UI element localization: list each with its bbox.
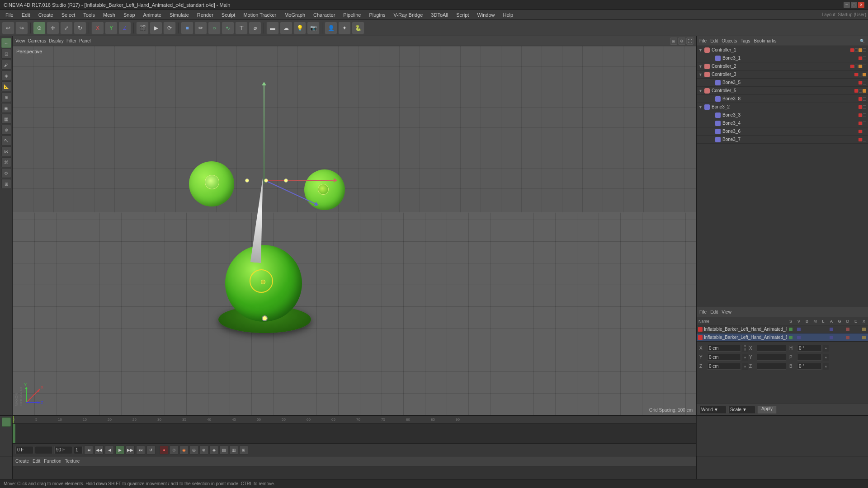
om-row-controller3[interactable]: ▼ Controller_3 bbox=[697, 70, 868, 79]
loop-button[interactable]: ↺ bbox=[146, 446, 156, 455]
pen-button[interactable]: ✏ bbox=[194, 22, 207, 34]
tool-move[interactable]: ↔ bbox=[1, 38, 11, 48]
menu-vray[interactable]: V-Ray Bridge bbox=[390, 11, 427, 19]
menu-sculpt[interactable]: Sculpt bbox=[218, 11, 239, 19]
om-menu-tags[interactable]: Tags bbox=[741, 38, 750, 43]
tool-ik[interactable]: ⋈ bbox=[1, 146, 11, 156]
render-settings-button[interactable]: 🎬 bbox=[136, 22, 149, 34]
br-row-geometry[interactable]: Inflatable_Barker_Left_Hand_Animated_Geo… bbox=[697, 325, 868, 333]
coord-b-rot[interactable]: 0 ° bbox=[797, 363, 822, 370]
tool-misc[interactable]: ⚙ bbox=[1, 168, 11, 178]
sweep-button[interactable]: ⌀ bbox=[249, 22, 261, 34]
play-button[interactable]: ▶ bbox=[115, 446, 124, 455]
menu-help[interactable]: Help bbox=[500, 11, 517, 19]
tool-measure[interactable]: 📐 bbox=[1, 81, 11, 91]
circle-button[interactable]: ○ bbox=[208, 22, 221, 34]
menu-script[interactable]: Script bbox=[453, 11, 472, 19]
tool-misc2[interactable]: ⊞ bbox=[1, 179, 11, 189]
vp-menu-filter[interactable]: Filter bbox=[66, 38, 76, 43]
mat-menu-create[interactable]: Create bbox=[15, 459, 29, 464]
start-frame-field[interactable]: 0 F bbox=[15, 446, 33, 454]
viewport-canvas[interactable]: Perspective bbox=[13, 46, 696, 415]
om-row-bone36[interactable]: Bone3_6 bbox=[697, 127, 868, 136]
om-menu-file[interactable]: File bbox=[699, 38, 707, 43]
play-back-button[interactable]: ◀ bbox=[105, 446, 114, 455]
tool-snap[interactable]: ⊕ bbox=[1, 92, 11, 102]
om-row-bone38[interactable]: Bone3_8 bbox=[697, 95, 868, 103]
redo-button[interactable]: ↪ bbox=[15, 22, 28, 34]
om-row-bone37[interactable]: Bone3_7 bbox=[697, 136, 868, 144]
mat-menu-texture[interactable]: Texture bbox=[65, 459, 80, 464]
spline-button[interactable]: ∿ bbox=[222, 22, 234, 34]
body-center-dot[interactable] bbox=[261, 280, 265, 284]
go-start-button[interactable]: ⏮ bbox=[84, 446, 93, 455]
menu-file[interactable]: File bbox=[2, 11, 17, 19]
menu-render[interactable]: Render bbox=[193, 11, 217, 19]
joint-button[interactable]: ✦ bbox=[338, 22, 351, 34]
vp-menu-panel[interactable]: Panel bbox=[79, 38, 91, 43]
render-preview-button[interactable]: ⟳ bbox=[163, 22, 176, 34]
scale-dropdown[interactable]: Scale ▼ bbox=[728, 406, 755, 414]
timeline-content[interactable] bbox=[13, 424, 696, 443]
render-view-button[interactable]: ▶ bbox=[150, 22, 162, 34]
mat-menu-edit[interactable]: Edit bbox=[33, 459, 40, 464]
om-row-bone34[interactable]: Bone3_4 bbox=[697, 119, 868, 127]
tool-select[interactable]: ⊡ bbox=[1, 49, 11, 59]
base-control-dot[interactable] bbox=[262, 315, 268, 321]
menu-select[interactable]: Select bbox=[58, 11, 79, 19]
menu-create[interactable]: Create bbox=[35, 11, 57, 19]
move-tool-button[interactable]: ✛ bbox=[47, 22, 59, 34]
coord-z-spin[interactable]: ▲ bbox=[742, 363, 748, 370]
light-button[interactable]: 💡 bbox=[293, 22, 306, 34]
y-axis-button[interactable]: Y bbox=[105, 22, 118, 34]
apply-button[interactable]: Apply bbox=[757, 406, 777, 414]
coord-h-spin[interactable]: ▲ bbox=[823, 345, 829, 352]
vp-expand-button[interactable]: ⊞ bbox=[670, 38, 677, 45]
vp-menu-display[interactable]: Display bbox=[49, 38, 64, 43]
br-menu-edit[interactable]: Edit bbox=[710, 310, 718, 314]
handle-left-dot[interactable] bbox=[245, 178, 249, 183]
timeline-opt-2[interactable]: ◈ bbox=[209, 446, 218, 455]
rec-mode-1[interactable]: ⊙ bbox=[170, 446, 179, 455]
br-menu-file[interactable]: File bbox=[699, 310, 707, 314]
om-row-bone33[interactable]: Bone3_3 bbox=[697, 111, 868, 119]
menu-tools[interactable]: Tools bbox=[80, 11, 99, 19]
coord-p-spin[interactable]: ▲ bbox=[823, 354, 829, 361]
menu-snap[interactable]: Snap bbox=[120, 11, 139, 19]
om-menu-edit[interactable]: Edit bbox=[710, 38, 718, 43]
menu-3dtoall[interactable]: 3DToAll bbox=[427, 11, 452, 19]
menu-mesh[interactable]: Mesh bbox=[99, 11, 119, 19]
vp-settings-button[interactable]: ⚙ bbox=[678, 38, 685, 45]
frame-rate-field[interactable]: 1 bbox=[74, 446, 83, 454]
current-frame-left[interactable] bbox=[35, 446, 53, 454]
timeline-opt-5[interactable]: ⊞ bbox=[239, 446, 248, 455]
om-row-controller5[interactable]: ▼ Controller_5 bbox=[697, 87, 868, 95]
tool-sculpt[interactable]: ⛏ bbox=[1, 136, 11, 145]
rec-mode-2[interactable]: ◉ bbox=[179, 446, 189, 455]
timeline-opt-4[interactable]: ▥ bbox=[229, 446, 238, 455]
step-forward-button[interactable]: ▶▶ bbox=[126, 446, 135, 455]
tool-material[interactable]: ◉ bbox=[1, 103, 11, 113]
timeline-playhead[interactable] bbox=[13, 416, 14, 423]
z-axis-button[interactable]: Z bbox=[118, 22, 131, 34]
om-menu-bookmarks[interactable]: Bookmarks bbox=[754, 38, 776, 43]
maximize-button[interactable]: □ bbox=[851, 2, 857, 8]
live-selection-button[interactable]: ⊙ bbox=[33, 22, 46, 34]
coord-z-pos[interactable]: 0 cm bbox=[707, 363, 741, 370]
rotate-tool-button[interactable]: ↻ bbox=[74, 22, 86, 34]
handle-center-dot[interactable] bbox=[264, 178, 268, 183]
character-button[interactable]: 👤 bbox=[325, 22, 337, 34]
coord-h-rot[interactable]: 0 ° bbox=[797, 345, 822, 352]
menu-edit[interactable]: Edit bbox=[18, 11, 34, 19]
om-row-bone32[interactable]: ▼ Bone3_2 bbox=[697, 103, 868, 111]
record-button[interactable]: ● bbox=[160, 446, 169, 455]
om-row-controller1[interactable]: ▼ Controller_1 bbox=[697, 46, 868, 54]
world-dropdown[interactable]: World ▼ bbox=[699, 406, 726, 414]
floor-button[interactable]: ▬ bbox=[266, 22, 279, 34]
coord-b-spin[interactable]: ▲ bbox=[823, 363, 829, 370]
minimize-button[interactable]: − bbox=[844, 2, 850, 8]
tool-paint[interactable]: 🖌 bbox=[1, 60, 11, 70]
tool-mograph[interactable]: ⊛ bbox=[1, 125, 11, 135]
fps-field[interactable]: 90 F bbox=[54, 446, 72, 454]
rec-mode-3[interactable]: ◎ bbox=[189, 446, 198, 455]
